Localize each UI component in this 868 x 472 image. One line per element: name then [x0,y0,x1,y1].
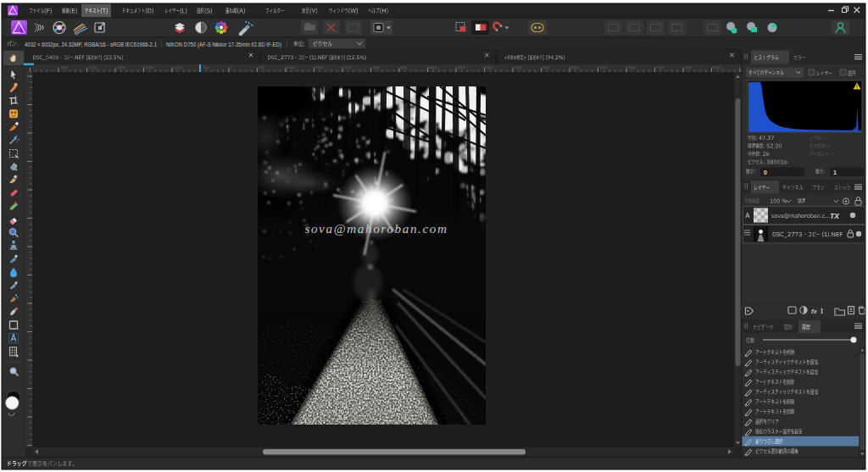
svg-text:4032 × 6032px, 24.32MP, RGBA/1: 4032 × 6032px, 24.32MP, RGBA/16 - sRGB I… [25,42,157,48]
svg-text:-500: -500 [202,65,209,69]
svg-text:4500: 4500 [486,65,494,69]
svg-text:fx: fx [811,308,817,315]
svg-text:-2500: -2500 [88,65,97,69]
svg-text:NIKON D750 (AF-S Nikkor 17-35m: NIKON D750 (AF-S Nikkor 17-35mm f/2.8D I… [166,42,281,48]
svg-text:2000: 2000 [344,65,353,69]
svg-text:6500: 6500 [599,65,608,69]
svg-text:0: 0 [764,169,767,175]
svg-text:8000: 8000 [685,65,693,69]
svg-text:7000: 7000 [628,65,637,69]
svg-text:1000: 1000 [287,65,296,69]
svg-text:I: I [821,308,823,315]
svg-text:8500: 8500 [713,65,721,69]
svg-text:3000: 3000 [401,65,409,69]
svg-text:1: 1 [833,169,837,175]
svg-text:-1500: -1500 [145,65,154,69]
svg-text:6000: 6000 [571,65,580,69]
svg-text:-2000: -2000 [117,65,126,69]
svg-text:sova@mahoroban.com: sova@mahoroban.com [304,221,448,236]
svg-text:7500: 7500 [656,65,665,69]
svg-text:500: 500 [259,65,264,69]
svg-text:-3000: -3000 [60,65,70,69]
svg-text:3500: 3500 [429,65,437,69]
svg-text:-1000: -1000 [174,65,183,69]
svg-text:2500: 2500 [372,65,381,69]
svg-text:4000: 4000 [458,65,466,69]
svg-text:TX: TX [830,212,840,220]
svg-text:5000: 5000 [515,65,523,69]
svg-text:5500: 5500 [542,65,551,69]
svg-text:1500: 1500 [315,65,324,69]
